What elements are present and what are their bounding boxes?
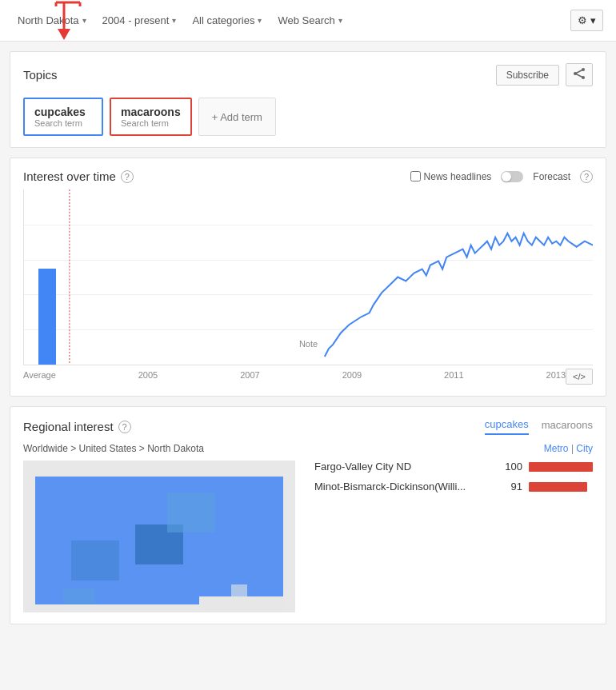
regional-title: Regional interest — [23, 420, 114, 433]
region-chevron: ▾ — [82, 16, 86, 25]
region-value-1: 100 — [498, 461, 522, 473]
city-link[interactable]: City — [576, 443, 593, 454]
gear-icon: ⚙ — [578, 14, 587, 26]
chart-container: Note Average 2005 2007 2009 2011 2013 </… — [23, 189, 593, 385]
region-bar-container-1 — [529, 462, 593, 472]
searchtype-label: Web Search — [278, 14, 334, 26]
x-label-2007: 2007 — [240, 370, 259, 380]
time-label: 2004 - present — [102, 14, 170, 26]
gear-chevron: ▾ — [590, 14, 596, 26]
tab-cupcakes[interactable]: cupcakes — [485, 418, 529, 435]
interest-controls: News headlines Forecast ? — [410, 170, 593, 183]
forecast-knob — [502, 172, 511, 181]
time-chevron: ▾ — [172, 16, 176, 25]
breadcrumb: Worldwide > United States > North Dakota — [23, 443, 295, 454]
region-bar-container-2 — [529, 482, 593, 492]
share-icon — [573, 68, 586, 79]
region-value-2: 91 — [498, 481, 522, 493]
interest-section: Interest over time ? News headlines Fore… — [10, 158, 606, 397]
map-container: Worldwide > United States > North Dakota — [23, 443, 295, 612]
region-name-1: Fargo-Valley City ND — [314, 461, 492, 473]
regional-tabs: cupcakes macaroons — [485, 418, 593, 435]
svg-line-9 — [575, 74, 583, 78]
x-label-2011: 2011 — [444, 370, 463, 380]
svg-line-8 — [575, 70, 583, 74]
interest-help-icon[interactable]: ? — [121, 170, 134, 183]
x-label-avg: Average — [23, 370, 56, 380]
interest-title: Interest over time — [23, 170, 116, 183]
forecast-label: Forecast — [533, 171, 570, 182]
svg-marker-1 — [58, 29, 70, 40]
x-label-2009: 2009 — [342, 370, 362, 380]
chart-x-labels: Average 2005 2007 2009 2011 2013 — [23, 367, 566, 383]
breadcrumb-text: Worldwide > United States > North Dakota — [23, 443, 204, 454]
forecast-help-icon[interactable]: ? — [580, 170, 593, 183]
chart-footer: Average 2005 2007 2009 2011 2013 </> — [23, 365, 593, 385]
topics-title: Topics — [23, 68, 58, 82]
region-row-1: Fargo-Valley City ND 100 — [314, 461, 593, 473]
regional-help-icon[interactable]: ? — [118, 421, 131, 433]
tab-macaroons[interactable]: macaroons — [542, 419, 593, 434]
topics-header: Topics Subscribe — [23, 63, 593, 86]
categories-label: All categories — [192, 14, 254, 26]
subscribe-button[interactable]: Subscribe — [496, 65, 559, 86]
macaroons-chip-label: Search term — [121, 118, 181, 128]
metro-city-links: Metro | City — [314, 443, 593, 454]
forecast-toggle[interactable] — [501, 171, 523, 182]
add-term-button[interactable]: + Add term — [198, 98, 276, 136]
region-row-2: Minot-Bismarck-Dickinson(Willi... 91 — [314, 481, 593, 493]
x-label-2013: 2013 — [546, 370, 566, 380]
interest-header: Interest over time ? News headlines Fore… — [23, 170, 593, 183]
search-terms-list: cupcakes Search term macaroons Search te… — [23, 98, 593, 136]
header: North Dakota ▾ 2004 - present ▾ All cate… — [0, 0, 616, 42]
news-headlines-checkbox[interactable] — [410, 171, 421, 181]
news-headlines-toggle[interactable]: News headlines — [410, 171, 492, 182]
regional-data: Metro | City Fargo-Valley City ND 100 Mi… — [314, 443, 593, 612]
macaroons-chip-name: macaroons — [121, 106, 181, 118]
svg-marker-17 — [63, 588, 95, 604]
region-label: North Dakota — [18, 14, 79, 26]
region-name-2: Minot-Bismarck-Dickinson(Willi... — [314, 481, 492, 493]
metro-link[interactable]: Metro — [544, 443, 569, 454]
searchtype-filter[interactable]: Web Search ▾ — [273, 11, 346, 30]
line-chart — [24, 189, 593, 365]
chart-area: Note — [23, 189, 593, 365]
region-filter[interactable]: North Dakota ▾ — [13, 11, 91, 30]
cupcakes-chip-label: Search term — [34, 118, 92, 128]
share-button[interactable] — [566, 63, 593, 86]
region-bar-2 — [529, 482, 587, 492]
x-label-2005: 2005 — [138, 370, 158, 380]
regional-title-group: Regional interest ? — [23, 420, 131, 433]
topics-section: Topics Subscribe cupcakes Search term ma… — [10, 51, 606, 148]
categories-chevron: ▾ — [258, 16, 262, 25]
settings-button[interactable]: ⚙ ▾ — [570, 10, 603, 31]
regional-section: Regional interest ? cupcakes macaroons W… — [10, 406, 606, 624]
regional-body: Worldwide > United States > North Dakota — [23, 443, 593, 612]
cupcakes-chip[interactable]: cupcakes Search term — [23, 98, 103, 136]
interest-title-group: Interest over time ? — [23, 170, 134, 183]
region-map — [23, 461, 295, 612]
categories-filter[interactable]: All categories ▾ — [187, 11, 266, 30]
regional-header: Regional interest ? cupcakes macaroons — [23, 418, 593, 435]
embed-button[interactable]: </> — [566, 369, 593, 385]
svg-marker-15 — [71, 540, 119, 580]
map-placeholder — [23, 461, 295, 612]
cupcakes-chip-name: cupcakes — [34, 106, 92, 118]
region-bar-1 — [529, 462, 593, 472]
svg-marker-14 — [167, 493, 215, 532]
topics-actions: Subscribe — [496, 63, 593, 86]
macaroons-chip[interactable]: macaroons Search term — [110, 98, 192, 136]
searchtype-chevron: ▾ — [338, 16, 342, 25]
time-filter[interactable]: 2004 - present ▾ — [98, 11, 182, 30]
news-headlines-label: News headlines — [424, 171, 492, 182]
